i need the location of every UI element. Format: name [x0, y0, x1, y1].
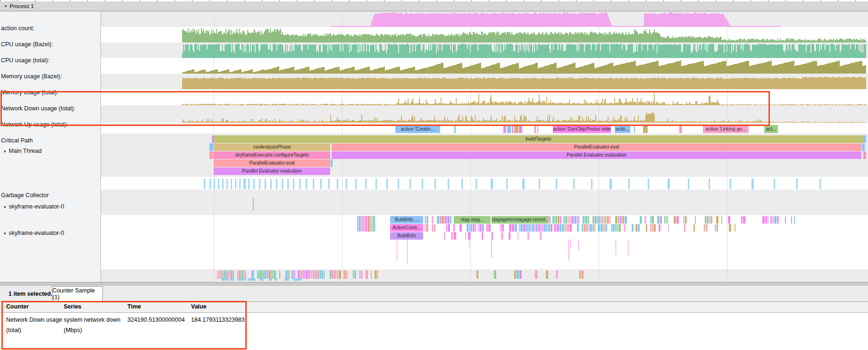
main-thread-slice[interactable]: skyframeExecutor.configureTargets [214, 151, 330, 159]
main-thread-slice[interactable] [863, 151, 866, 159]
collapse-triangle-icon[interactable]: ▾ [5, 4, 7, 8]
track-label-main-thread[interactable]: ▾Main Thread [0, 148, 103, 154]
annotation-box-sample-table [1, 301, 247, 350]
track-label-cpu-bazel: CPU usage (Bazel): [0, 41, 100, 48]
track-label-skyframe-evaluator-0a[interactable]: ▾skyframe-evaluator-0 [0, 203, 103, 210]
critical-path-slice[interactable]: action 'Creatin... [395, 125, 440, 133]
process-title: Process 1 [10, 3, 34, 9]
track-label-cpu-total: CPU usage (total): [0, 57, 100, 64]
skyframe-slice[interactable]: BuildInfo ... [390, 216, 423, 224]
main-thread-label: Main Thread [9, 148, 42, 154]
critical-path-slice[interactable]: action 'GenObjcProtos video/... [553, 125, 611, 133]
timeline-chart-area[interactable]: action 'Creatin...action 'GenObjcProtos … [100, 11, 868, 282]
collapse-triangle-icon[interactable]: ▾ [4, 231, 6, 236]
main-thread-slice[interactable] [209, 151, 213, 159]
critical-path-slice[interactable] [454, 125, 456, 133]
collapse-triangle-icon[interactable]: ▾ [4, 149, 6, 154]
main-thread-slice[interactable]: ParallelEvaluator.eval [332, 143, 861, 151]
track-label-garbage-collector: Garbage Collector [0, 192, 100, 199]
track-label-critical-path: Critical Path [0, 137, 100, 144]
track-sidebar: action count: CPU usage (Bazel): CPU usa… [0, 11, 101, 282]
track-label-memory-bazel: Memory usage (Bazel): [0, 73, 100, 80]
critical-path-slice[interactable] [507, 125, 511, 133]
critical-path-slice[interactable] [679, 125, 682, 133]
critical-path-slice[interactable] [512, 125, 513, 133]
critical-path-slice[interactable] [537, 125, 538, 133]
skyframe-slice[interactable]: stagagemnstagage.remot... [492, 216, 548, 224]
critical-path-slice[interactable] [534, 125, 536, 133]
process-header[interactable]: ▾ Process 1 [0, 1, 868, 11]
selection-status: 1 item selected. [8, 291, 52, 297]
track-label-action-count: action count: [0, 25, 100, 32]
critical-path-slice[interactable]: act... [764, 125, 778, 133]
critical-path-slice[interactable] [519, 125, 522, 133]
critical-path-slice[interactable] [514, 125, 518, 133]
track-label-skyframe-evaluator-0b[interactable]: ▾skyframe-evaluator-0 [0, 230, 103, 236]
critical-path-slice[interactable] [505, 125, 506, 133]
skyframe0b-label: skyframe-evaluator-0 [9, 230, 64, 236]
panel-divider[interactable] [0, 282, 868, 285]
annotation-box-network-tracks [0, 91, 770, 126]
main-thread-slice[interactable] [862, 143, 865, 151]
critical-path-slice[interactable] [643, 125, 648, 133]
tab-counter-sample[interactable]: Counter Sample (1) [52, 286, 103, 301]
main-thread-slice[interactable] [331, 159, 333, 167]
skyframe-slice[interactable] [253, 205, 254, 210]
bottom-tab-bar: 1 item selected. Counter Sample (1) [0, 285, 868, 301]
main-thread-slice[interactable] [863, 135, 866, 143]
critical-path-slice[interactable]: action 'Linking go... [703, 125, 749, 133]
main-thread-slice[interactable]: buildTargets [214, 135, 863, 143]
critical-path-slice[interactable] [634, 125, 635, 133]
skyframe-slice[interactable]: stag.stag... [454, 216, 491, 224]
skyframe-slice[interactable]: ActionConti... [390, 224, 423, 232]
skyframe-slice[interactable]: BuildInfo [390, 232, 423, 240]
main-thread-slice[interactable] [209, 143, 213, 151]
main-thread-slice[interactable]: ParallelEvaluator.eval [214, 159, 330, 167]
critical-path-slice[interactable]: actio... [615, 125, 630, 133]
main-thread-slice[interactable]: Parallel Evaluator evaluation [214, 167, 330, 175]
main-thread-slice[interactable]: Parallel Evaluator evaluation [332, 151, 861, 159]
main-thread-slice[interactable]: runAnalysisPhase [214, 143, 330, 151]
collapse-triangle-icon[interactable]: ▾ [4, 205, 6, 209]
trace-viewer: ▾ Process 1 action 'Creatin...action 'Ge… [0, 0, 868, 350]
skyframe0a-label: skyframe-evaluator-0 [9, 203, 64, 210]
skyframe-slice[interactable] [253, 198, 254, 205]
